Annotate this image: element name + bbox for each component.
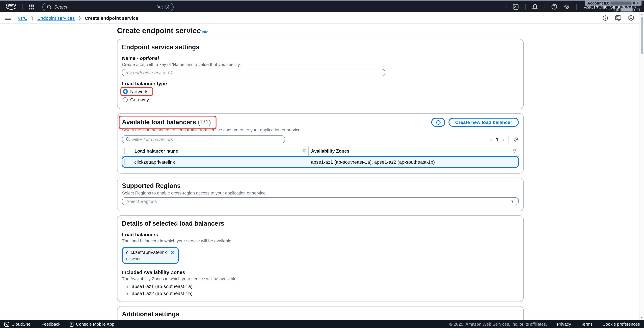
page-number: 1 xyxy=(496,137,498,142)
filter-load-balancers-input[interactable]: Filter load balancers xyxy=(122,135,285,143)
breadcrumb: VPC ❯ Endpoint services ❯ Create endpoin… xyxy=(18,15,138,20)
load-balancers-label: Load balancers xyxy=(122,232,519,238)
side-menu-icon[interactable] xyxy=(5,15,11,20)
lb-name-cell: clickzettaprivatelink xyxy=(132,156,308,167)
search-shortcut: [Alt+S] xyxy=(156,4,169,9)
prev-page-icon[interactable]: ‹ xyxy=(490,136,492,142)
radio-off-icon xyxy=(123,97,128,102)
additional-settings-card: Additional settings Require acceptance f… xyxy=(117,306,524,320)
az-list: apse1-az1 (ap-southeast-1a) apse1-az2 (a… xyxy=(122,284,519,296)
scrollbar-thumb[interactable] xyxy=(640,17,643,54)
load-balancer-token: clickzettaprivatelink ✕ network xyxy=(122,247,178,264)
refresh-button[interactable] xyxy=(431,118,445,127)
page-title: Create endpoint service xyxy=(117,27,201,35)
chevron-down-icon: ▼ xyxy=(510,199,514,203)
footer-bar: CloudShell Feedback Console Mobile App ©… xyxy=(0,320,644,328)
load-balancer-table: Load balancer name▽ Availability Zones▽ … xyxy=(122,146,519,167)
filter-icon[interactable]: ▽ xyxy=(302,149,306,153)
chevron-down-icon: ▼ xyxy=(636,2,639,4)
aws-console-window: aws Search [Alt+S] xyxy=(0,0,644,328)
divider xyxy=(506,3,506,10)
table-row[interactable]: clickzettaprivatelink apse1-az1 (ap-sout… xyxy=(122,156,519,167)
footer-cookie-preferences[interactable]: Cookie preferences xyxy=(602,322,640,327)
search-icon xyxy=(47,4,52,9)
aws-smile-icon xyxy=(6,7,16,10)
load-balancers-description: The load balancers in which your service… xyxy=(122,238,519,243)
chevron-right-icon: ❯ xyxy=(78,15,82,20)
breadcrumb-vpc[interactable]: VPC xyxy=(18,15,27,20)
divider xyxy=(22,3,22,10)
details-card: Details of selected load balancers Load … xyxy=(117,215,524,302)
card-title: Additional settings xyxy=(122,311,519,318)
table-preferences-icon[interactable] xyxy=(513,136,519,142)
cloudshell-panel-icon[interactable] xyxy=(615,15,621,20)
breadcrumb-endpoint-services[interactable]: Endpoint services xyxy=(38,15,75,20)
name-description: Create a tag with a key of 'Name' and a … xyxy=(122,62,519,67)
footer-console-mobile-app[interactable]: Console Mobile App xyxy=(70,322,114,327)
az-list-item: apse1-az2 (ap-southeast-1b) xyxy=(132,291,519,296)
divider xyxy=(576,3,576,10)
divider xyxy=(525,3,526,10)
settings-gear-icon[interactable] xyxy=(560,4,573,10)
mobile-phone-icon xyxy=(70,322,74,327)
available-load-balancers-card: Available load balancers (1/1) Create ne… xyxy=(117,113,524,174)
token-type: network xyxy=(126,257,174,261)
radio-network[interactable]: Network xyxy=(122,88,149,95)
amazon-q-icon[interactable] xyxy=(628,15,634,21)
lb-azs-cell: apse1-az1 (ap-southeast-1a), apse1-az2 (… xyxy=(308,156,519,167)
radio-on-icon xyxy=(123,89,128,94)
notifications-bell-icon[interactable] xyxy=(529,4,541,10)
page-info-link[interactable]: Info xyxy=(202,30,208,34)
endpoint-service-settings-card: Endpoint service settings Name - optiona… xyxy=(117,39,524,109)
redacted-username xyxy=(620,7,633,11)
breadcrumb-bar: VPC ❯ Endpoint services ❯ Create endpoin… xyxy=(0,12,639,24)
info-panel-icon[interactable] xyxy=(602,15,608,20)
card-title: Available load balancers (1/1) xyxy=(122,118,213,127)
select-regions-dropdown[interactable]: Select Regions ▼ xyxy=(122,197,519,205)
account-id-badge[interactable]: Account ID: 0 ▼ xyxy=(585,0,642,6)
name-input[interactable]: my-endpoint-service-01 xyxy=(122,69,385,76)
card-title: Details of selected load balancers xyxy=(122,220,519,227)
select-all-checkbox[interactable] xyxy=(124,148,124,154)
name-label: Name - optional xyxy=(122,55,519,61)
vertical-scrollbar[interactable]: ▲ ▼ xyxy=(639,12,644,320)
footer-cloudshell[interactable]: CloudShell xyxy=(4,322,32,327)
card-title: Supported Regions xyxy=(122,182,519,189)
help-icon[interactable] xyxy=(548,4,560,10)
lb-type-label: Load balancer type xyxy=(122,81,519,86)
footer-privacy[interactable]: Privacy xyxy=(557,322,571,327)
services-menu-icon[interactable] xyxy=(29,4,34,9)
breadcrumb-current: Create endpoint service xyxy=(85,15,138,20)
global-search-input[interactable]: Search [Alt+S] xyxy=(42,3,174,11)
scroll-up-icon[interactable]: ▲ xyxy=(640,12,643,16)
supported-regions-card: Supported Regions Select Regions to enab… xyxy=(117,178,524,211)
row-checkbox[interactable] xyxy=(124,159,124,165)
scroll-down-icon[interactable]: ▼ xyxy=(640,316,643,320)
included-azs-description: The Availability Zones in which your ser… xyxy=(122,276,519,281)
redacted-account-id xyxy=(610,1,632,5)
included-azs-label: Included Availability Zones xyxy=(122,270,519,275)
table-header-row: Load balancer name▽ Availability Zones▽ xyxy=(122,146,519,156)
cloudshell-icon[interactable] xyxy=(510,4,522,10)
divider xyxy=(544,3,545,10)
next-page-icon[interactable]: › xyxy=(503,136,504,142)
search-icon xyxy=(126,137,130,142)
remove-token-icon[interactable]: ✕ xyxy=(170,249,175,255)
footer-feedback[interactable]: Feedback xyxy=(42,322,60,327)
cloudshell-icon xyxy=(4,322,10,327)
token-name: clickzettaprivatelink xyxy=(126,250,167,255)
column-header-azs[interactable]: Availability Zones▽ xyxy=(308,146,519,156)
footer-terms[interactable]: Terms xyxy=(581,322,593,327)
aws-logo[interactable]: aws xyxy=(6,3,16,10)
divider xyxy=(508,136,509,143)
username-menu[interactable]: gu ozi xyxy=(614,7,640,12)
refresh-icon xyxy=(436,120,441,125)
column-header-name[interactable]: Load balancer name▽ xyxy=(132,146,308,156)
card-title: Endpoint service settings xyxy=(122,43,519,51)
chevron-right-icon: ❯ xyxy=(31,15,34,20)
create-new-load-balancer-button[interactable]: Create new load balancer xyxy=(448,118,519,127)
filter-icon[interactable]: ▽ xyxy=(513,149,516,153)
card-description: Select the load balancers to send traffi… xyxy=(122,127,519,132)
footer-copyright: © 2025, Amazon Web Services, Inc. or its… xyxy=(449,322,547,327)
radio-gateway[interactable]: Gateway xyxy=(122,96,150,103)
